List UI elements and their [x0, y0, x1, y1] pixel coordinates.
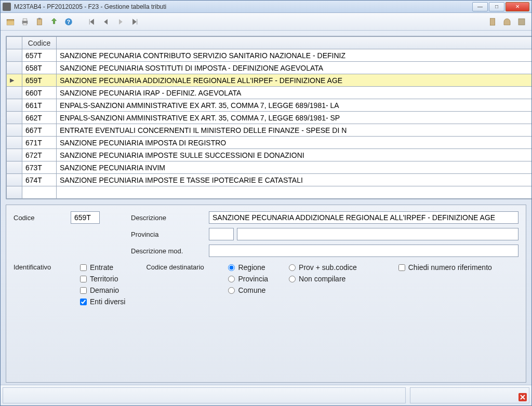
export-button[interactable]: [47, 15, 61, 29]
cell-codice[interactable]: 672T: [22, 149, 57, 161]
nav-prev-button[interactable]: [99, 15, 113, 29]
rdo-regione[interactable]: Regione: [228, 263, 268, 272]
table-row[interactable]: 662TENPALS-SANZIONI AMMINISTRATIVE EX AR…: [7, 112, 532, 124]
chk-chiedi-rif[interactable]: Chiedi numero riferimento: [398, 263, 492, 272]
list-button[interactable]: [515, 15, 528, 29]
close-button[interactable]: ✕: [506, 2, 529, 11]
clipboard-button[interactable]: [33, 15, 46, 29]
svg-rect-4: [23, 23, 27, 25]
cell-descrizione[interactable]: SANZIONE PECUNARIA CONTRIBUTO SERVIZIO S…: [57, 49, 532, 62]
window-title: M23TAB4 - PF20120205 - F23 - Gestione ta…: [14, 3, 472, 10]
nav-last-button[interactable]: [128, 15, 142, 29]
maximize-button[interactable]: □: [489, 2, 504, 11]
cell-codice[interactable]: 674T: [22, 174, 57, 186]
chk-enti-diversi[interactable]: Enti diversi: [80, 297, 125, 306]
desc-mod-input[interactable]: [209, 245, 518, 257]
titlebar: M23TAB4 - PF20120205 - F23 - Gestione ta…: [1, 1, 531, 13]
codice-input[interactable]: [71, 211, 100, 224]
statusbar: [1, 385, 531, 405]
chk-entrate[interactable]: Entrate: [80, 263, 125, 272]
svg-rect-10: [518, 19, 525, 25]
app-icon: [3, 3, 11, 11]
cell-codice[interactable]: 661T: [22, 99, 57, 112]
table-row[interactable]: 672TSANZIONE PECUNIARIA IMPOSTE SULLE SU…: [7, 149, 532, 161]
print-button[interactable]: [18, 15, 32, 29]
minimize-button[interactable]: —: [472, 2, 488, 11]
table-row[interactable]: 658TSANZIONE PECUNIARIA SOSTITUTI DI IMP…: [7, 62, 532, 74]
table-row-empty[interactable]: [7, 186, 532, 199]
row-indicator: [7, 124, 22, 137]
open-button[interactable]: [4, 15, 17, 29]
table-row[interactable]: 667TENTRATE EVENTUALI CONCERNENTI IL MIN…: [7, 124, 532, 137]
row-indicator: [7, 149, 22, 161]
codice-dest-group-col2: Prov + sub.codice Non compilare: [289, 263, 357, 283]
status-close-icon[interactable]: [518, 393, 527, 401]
svg-rect-1: [7, 21, 14, 25]
chk-demanio[interactable]: Demanio: [80, 286, 125, 294]
table-row[interactable]: 671TSANZIONE PECUNIARIA IMPOSTA DI REGIS…: [7, 137, 532, 149]
cell-codice[interactable]: 657T: [22, 49, 57, 62]
cell-descrizione[interactable]: ENPALS-SANZIONI AMMINISTRATIVE EX ART. 3…: [57, 99, 532, 112]
rdo-non-compilare[interactable]: Non compilare: [289, 275, 357, 283]
status-left: [3, 387, 406, 403]
label-descrizione: Descrizione: [131, 214, 209, 222]
detail-panel: Codice Descrizione Provincia Descrizione…: [6, 205, 526, 383]
nav-next-button[interactable]: [114, 15, 127, 29]
codice-dest-group-col1: Regione Provincia Comune: [228, 263, 268, 294]
cell-codice[interactable]: 659T: [22, 74, 57, 87]
help-button[interactable]: ?: [62, 15, 75, 29]
provincia-name-input[interactable]: [237, 228, 518, 240]
tributi-grid[interactable]: Codice Descrizione Prov Descrizione su m…: [6, 36, 531, 199]
cell-descrizione[interactable]: SANZIONE PECUNIARIA INVIM: [57, 161, 532, 174]
grid-header-row: Codice Descrizione Prov Descrizione su m…: [7, 37, 532, 49]
svg-rect-9: [490, 18, 495, 25]
descrizione-input[interactable]: [209, 211, 518, 224]
nav-first-button[interactable]: [85, 15, 98, 29]
grid-header-codice[interactable]: Codice: [22, 37, 57, 49]
cell-descrizione[interactable]: SANZIONE PECUNARIA IRAP - DEFINIZ. AGEVO…: [57, 87, 532, 99]
cell-codice[interactable]: 673T: [22, 161, 57, 174]
table-row[interactable]: 657TSANZIONE PECUNARIA CONTRIBUTO SERVIZ…: [7, 49, 532, 62]
label-desc-mod: Descrizione mod.: [131, 247, 209, 255]
table-row[interactable]: 673TSANZIONE PECUNIARIA INVIM: [7, 161, 532, 174]
row-indicator: [7, 112, 22, 124]
table-row[interactable]: ▶659TSANZIONE PECUNARIA ADDIZIONALE REGI…: [7, 74, 532, 87]
row-indicator: [7, 137, 22, 149]
table-row[interactable]: 674TSANZIONE PECUNIARIA IMPOSTE E TASSE …: [7, 174, 532, 186]
cell-descrizione[interactable]: ENPALS-SANZIONI AMMINISTRATIVE EX ART. 3…: [57, 112, 532, 124]
cell-codice[interactable]: 671T: [22, 137, 57, 149]
chk-territorio[interactable]: Territorio: [80, 275, 125, 283]
identificativo-group: Entrate Territorio Demanio Enti diversi: [80, 263, 125, 306]
status-right: [410, 387, 529, 403]
row-indicator: [7, 174, 22, 186]
cell-codice[interactable]: 667T: [22, 124, 57, 137]
cell-descrizione[interactable]: SANZIONE PECUNIARIA IMPOSTA DI REGISTRO: [57, 137, 532, 149]
table-row[interactable]: 660TSANZIONE PECUNARIA IRAP - DEFINIZ. A…: [7, 87, 532, 99]
svg-text:?: ?: [67, 18, 70, 24]
table-row[interactable]: 661TENPALS-SANZIONI AMMINISTRATIVE EX AR…: [7, 99, 532, 112]
rdo-provincia[interactable]: Provincia: [228, 275, 268, 283]
cell-codice[interactable]: 658T: [22, 62, 57, 74]
row-indicator: [7, 87, 22, 99]
cell-codice[interactable]: 660T: [22, 87, 57, 99]
label-codice-dest: Codice destinatario: [146, 263, 219, 294]
svg-rect-3: [23, 19, 27, 21]
grid-header-descrizione[interactable]: Descrizione: [57, 37, 532, 49]
row-indicator: [7, 161, 22, 174]
provincia-code-input[interactable]: [209, 228, 234, 240]
rdo-comune[interactable]: Comune: [228, 286, 268, 294]
cell-codice[interactable]: 662T: [22, 112, 57, 124]
cell-descrizione[interactable]: SANZIONE PECUNIARIA IMPOSTE SULLE SUCCES…: [57, 149, 532, 161]
cell-descrizione[interactable]: SANZIONE PECUNIARIA IMPOSTE E TASSE IPOT…: [57, 174, 532, 186]
rdo-prov-sub[interactable]: Prov + sub.codice: [289, 263, 357, 272]
arc-button[interactable]: [500, 15, 514, 29]
label-provincia: Provincia: [131, 231, 209, 238]
label-identificativo: Identificativo: [14, 263, 71, 306]
cell-descrizione[interactable]: SANZIONE PECUNARIA ADDIZIONALE REGIONALE…: [57, 74, 532, 87]
row-indicator: [7, 49, 22, 62]
row-indicator: [7, 62, 22, 74]
cell-descrizione[interactable]: ENTRATE EVENTUALI CONCERNENTI IL MINISTE…: [57, 124, 532, 137]
cell-descrizione[interactable]: SANZIONE PECUNIARIA SOSTITUTI DI IMPOSTA…: [57, 62, 532, 74]
doc-button[interactable]: [486, 15, 499, 29]
toolbar: ?: [1, 13, 531, 31]
